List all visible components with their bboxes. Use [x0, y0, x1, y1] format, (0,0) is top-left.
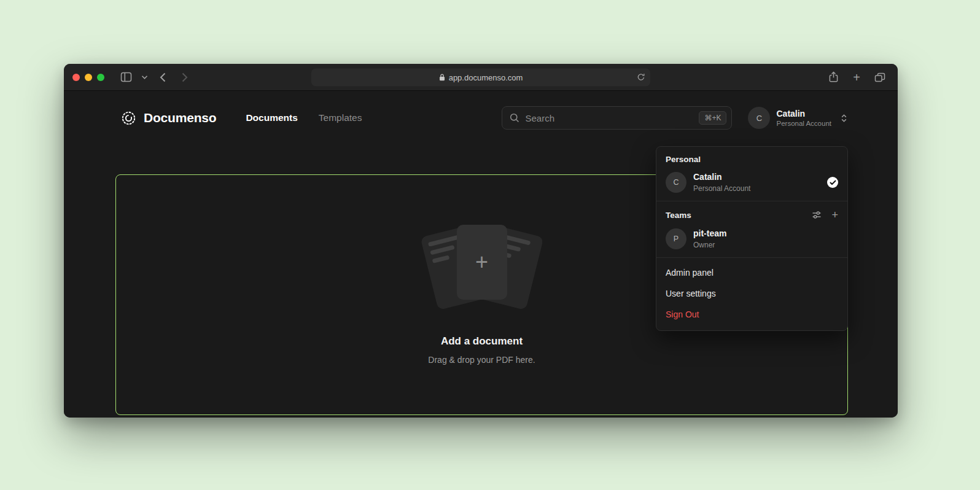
address-url: app.documenso.com — [449, 72, 523, 82]
teams-section-label: Teams — [666, 211, 691, 220]
brand[interactable]: Documenso — [120, 110, 216, 126]
tab-overview-icon[interactable] — [871, 69, 889, 86]
lock-icon — [439, 73, 445, 81]
personal-account-item[interactable]: C Catalin Personal Account — [656, 168, 847, 201]
personal-name: Catalin — [693, 172, 750, 182]
documents-illustration: + — [411, 225, 553, 311]
back-button[interactable] — [154, 69, 172, 86]
main-nav: Documents Templates — [246, 112, 362, 123]
search-icon — [510, 113, 519, 123]
document-card-center: + — [457, 225, 507, 300]
search-shortcut-badge: ⌘+K — [699, 111, 726, 125]
team-item[interactable]: P pit-team Owner — [656, 225, 847, 257]
plus-icon: + — [475, 251, 488, 273]
menu-item-admin-panel[interactable]: Admin panel — [656, 262, 847, 283]
account-text: Catalin Personal Account — [776, 109, 831, 128]
personal-avatar: C — [666, 172, 686, 193]
documenso-logo-icon — [120, 110, 137, 126]
account-avatar: C — [748, 107, 770, 129]
toolbar-right: + — [824, 69, 889, 86]
reload-icon[interactable] — [637, 73, 645, 82]
manage-teams-icon[interactable] — [812, 210, 822, 220]
forward-button[interactable] — [176, 69, 194, 86]
brand-name: Documenso — [144, 111, 216, 125]
team-avatar: P — [666, 228, 686, 249]
team-name: pit-team — [693, 228, 726, 239]
account-subtitle: Personal Account — [776, 120, 831, 127]
chevron-up-down-icon — [840, 114, 848, 123]
account-name: Catalin — [776, 109, 831, 119]
add-team-icon[interactable]: + — [831, 209, 838, 220]
menu-item-sign-out[interactable]: Sign Out — [656, 304, 847, 325]
nav-templates[interactable]: Templates — [319, 112, 362, 123]
selected-check-icon — [827, 177, 838, 188]
new-tab-icon[interactable]: + — [847, 69, 866, 86]
zoom-window-button[interactable] — [97, 74, 104, 81]
personal-subtitle: Personal Account — [693, 184, 750, 193]
search-input[interactable] — [525, 113, 693, 123]
nav-documents[interactable]: Documents — [246, 112, 297, 123]
account-dropdown-menu: Personal C Catalin Personal Account Team… — [656, 146, 848, 331]
search-bar[interactable]: ⌘+K — [502, 106, 732, 130]
teams-actions: + — [812, 209, 838, 220]
menu-actions: Admin panel User settings Sign Out — [656, 258, 847, 330]
toolbar-left — [117, 69, 194, 86]
address-bar[interactable]: app.documenso.com — [311, 68, 650, 86]
dropzone-title: Add a document — [441, 335, 523, 348]
browser-window: app.documenso.com + — [64, 64, 898, 418]
personal-text: Catalin Personal Account — [693, 172, 750, 193]
app-page: Documenso Documents Templates ⌘+K C — [64, 99, 898, 418]
personal-section-label: Personal — [656, 147, 847, 168]
window-controls — [72, 74, 104, 81]
share-icon[interactable] — [824, 69, 842, 86]
team-role: Owner — [693, 241, 726, 249]
account-menu-trigger[interactable]: C Catalin Personal Account — [748, 107, 848, 129]
dropzone-subtitle: Drag & drop your PDF here. — [428, 355, 535, 365]
team-text: pit-team Owner — [693, 228, 726, 249]
app-header: Documenso Documents Templates ⌘+K C — [64, 99, 898, 136]
sidebar-toggle-icon[interactable] — [117, 69, 135, 86]
sidebar-chevron-icon[interactable] — [139, 69, 150, 86]
close-window-button[interactable] — [72, 74, 80, 81]
teams-section-header: Teams + — [656, 201, 847, 225]
minimize-window-button[interactable] — [85, 74, 92, 81]
browser-titlebar: app.documenso.com + — [64, 64, 898, 91]
menu-item-user-settings[interactable]: User settings — [656, 283, 847, 304]
